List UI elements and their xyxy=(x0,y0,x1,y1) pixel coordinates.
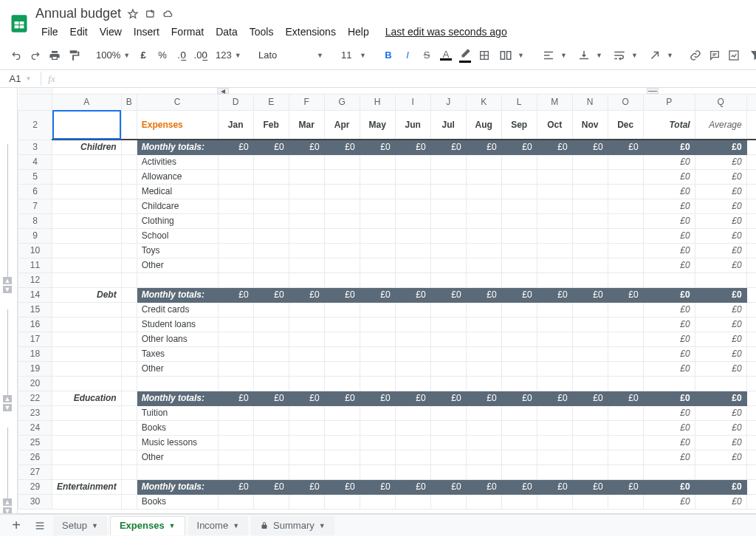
cell[interactable]: £0 xyxy=(643,169,695,184)
cell[interactable]: Education xyxy=(52,391,122,405)
col-group-left[interactable]: ◂ xyxy=(217,88,229,94)
cell[interactable] xyxy=(324,346,360,361)
cell[interactable] xyxy=(52,464,122,479)
cell[interactable] xyxy=(746,317,756,332)
cell[interactable]: £0 xyxy=(501,287,537,302)
cell[interactable]: £0 xyxy=(537,140,572,154)
row-header[interactable]: 10 xyxy=(18,243,52,258)
cell[interactable]: Tuition xyxy=(137,405,218,420)
cell[interactable] xyxy=(608,169,643,184)
cell[interactable] xyxy=(253,420,289,435)
cell[interactable] xyxy=(52,435,122,450)
cell[interactable] xyxy=(501,258,537,272)
col-header[interactable]: F xyxy=(289,94,324,110)
cell[interactable] xyxy=(218,346,253,361)
filter-dropdown[interactable]: ▼ xyxy=(744,46,756,65)
cell[interactable] xyxy=(324,376,360,391)
chart-button[interactable] xyxy=(725,46,743,65)
cell[interactable] xyxy=(218,317,253,332)
cell[interactable] xyxy=(360,213,395,228)
print-button[interactable] xyxy=(46,46,63,65)
cell[interactable] xyxy=(360,464,395,479)
cell[interactable] xyxy=(121,361,137,376)
cell[interactable] xyxy=(360,169,395,184)
cell[interactable]: £0 xyxy=(695,317,746,332)
cell[interactable] xyxy=(121,479,137,494)
cell[interactable] xyxy=(121,169,137,184)
cell[interactable] xyxy=(537,272,572,287)
cell[interactable] xyxy=(501,213,537,228)
cell[interactable] xyxy=(52,243,122,258)
cell[interactable] xyxy=(360,435,395,450)
cell[interactable] xyxy=(537,169,572,184)
cell[interactable]: £0 xyxy=(695,420,746,435)
cell[interactable] xyxy=(324,332,360,346)
cell[interactable]: £0 xyxy=(466,391,501,405)
cell[interactable] xyxy=(608,346,643,361)
fontsize-dropdown[interactable]: 11▼ xyxy=(337,46,371,65)
cell[interactable] xyxy=(121,199,137,213)
cell[interactable]: £0 xyxy=(695,169,746,184)
cell[interactable] xyxy=(324,184,360,199)
cell[interactable] xyxy=(253,346,289,361)
cell[interactable] xyxy=(218,228,253,243)
cell[interactable]: £0 xyxy=(643,154,695,169)
cell[interactable]: Books xyxy=(137,420,218,435)
cell[interactable] xyxy=(430,243,466,258)
cell[interactable]: Other xyxy=(137,258,218,272)
cell[interactable] xyxy=(746,479,756,494)
cell[interactable] xyxy=(572,213,608,228)
cell[interactable] xyxy=(121,228,137,243)
cell[interactable] xyxy=(643,272,695,287)
cell[interactable] xyxy=(121,213,137,228)
cell[interactable]: £0 xyxy=(324,140,360,154)
cell[interactable] xyxy=(466,243,501,258)
cell[interactable] xyxy=(746,420,756,435)
cell[interactable]: £0 xyxy=(324,479,360,494)
cell[interactable] xyxy=(466,213,501,228)
decimal-dec-button[interactable]: .0̲ xyxy=(173,46,190,65)
cell[interactable]: £0 xyxy=(643,287,695,302)
cell[interactable] xyxy=(746,169,756,184)
cell[interactable] xyxy=(395,302,430,317)
cell[interactable] xyxy=(466,346,501,361)
cell[interactable] xyxy=(218,243,253,258)
cell[interactable] xyxy=(430,154,466,169)
cell[interactable] xyxy=(360,361,395,376)
cell[interactable] xyxy=(572,346,608,361)
cell[interactable]: Other xyxy=(137,361,218,376)
cell[interactable] xyxy=(253,184,289,199)
cell[interactable]: Monthly totals: xyxy=(137,391,218,405)
cell[interactable]: £0 xyxy=(289,391,324,405)
cell[interactable]: £0 xyxy=(695,346,746,361)
cell[interactable] xyxy=(572,494,608,509)
cell[interactable] xyxy=(360,184,395,199)
cell[interactable] xyxy=(360,332,395,346)
cell[interactable] xyxy=(430,420,466,435)
cell[interactable] xyxy=(608,450,643,464)
cell[interactable] xyxy=(537,464,572,479)
cell[interactable] xyxy=(218,199,253,213)
cell[interactable] xyxy=(360,376,395,391)
cell[interactable] xyxy=(121,184,137,199)
cell[interactable] xyxy=(121,140,137,154)
cell[interactable] xyxy=(501,420,537,435)
cell[interactable] xyxy=(289,464,324,479)
row-header[interactable]: 14 xyxy=(18,287,52,302)
group-collapse[interactable]: ▲ xyxy=(3,277,12,284)
cell[interactable]: Jul xyxy=(430,110,466,140)
cell[interactable] xyxy=(218,435,253,450)
cell[interactable] xyxy=(746,287,756,302)
cell[interactable] xyxy=(501,228,537,243)
cell[interactable]: Other xyxy=(137,450,218,464)
col-header[interactable]: P xyxy=(643,94,695,110)
cell[interactable] xyxy=(537,450,572,464)
cell[interactable] xyxy=(572,420,608,435)
cell[interactable]: £0 xyxy=(395,140,430,154)
cell[interactable] xyxy=(501,405,537,420)
cell[interactable]: £0 xyxy=(572,479,608,494)
col-header[interactable]: E xyxy=(253,94,289,110)
cell[interactable]: £0 xyxy=(360,140,395,154)
cell[interactable] xyxy=(121,302,137,317)
undo-button[interactable] xyxy=(7,46,25,65)
